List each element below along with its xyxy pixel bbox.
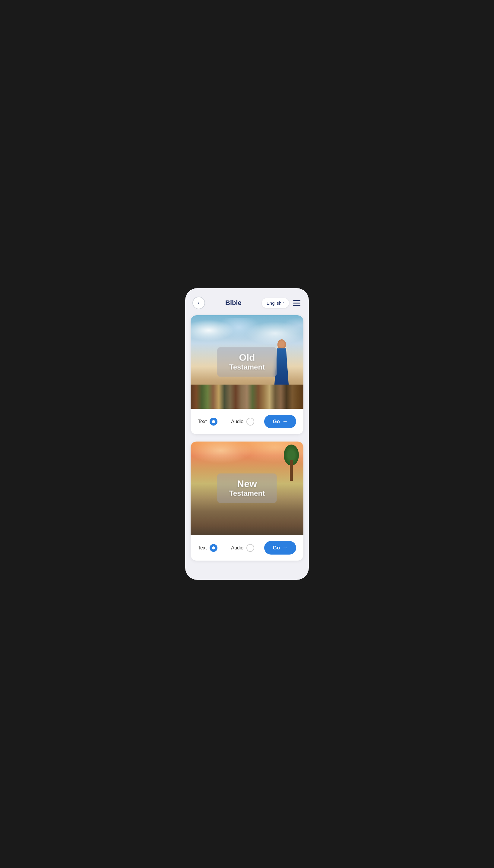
menu-line-3 [293,305,300,306]
phone-frame: ‹ Bible English ˅ [185,288,309,580]
new-testament-title-line2: Testament [229,490,265,498]
old-testament-image: Old Testament [191,315,303,409]
header: ‹ Bible English ˅ [185,297,309,309]
old-testament-text-radio[interactable] [210,418,217,426]
new-testament-audio-radio[interactable] [246,544,254,552]
go-arrow-icon-2: → [282,545,288,551]
old-testament-text-group: Text [198,418,231,426]
old-testament-title-line1: Old [229,352,265,363]
hamburger-menu-button[interactable] [292,299,302,307]
old-testament-audio-radio[interactable] [246,418,254,426]
old-testament-scene: Old Testament [191,315,303,409]
chevron-down-icon: ˅ [283,301,284,305]
old-testament-go-button[interactable]: Go → [264,415,296,428]
old-testament-go-label: Go [273,419,280,425]
language-selector[interactable]: English ˅ [262,298,289,308]
back-button[interactable]: ‹ [192,297,205,309]
menu-line-1 [293,300,300,301]
old-testament-controls: Text Audio Go → [191,409,303,434]
figure-head [278,339,286,349]
new-testament-label-overlay: New Testament [217,473,277,503]
new-testament-text-group: Text [198,544,231,552]
new-testament-card: New Testament Text Audio Go → [191,441,303,560]
back-icon: ‹ [198,300,200,305]
new-testament-text-radio[interactable] [210,544,217,552]
old-testament-text-label: Text [198,419,207,425]
new-testament-controls: Text Audio Go → [191,535,303,560]
old-testament-title-line2: Testament [229,363,265,372]
new-testament-go-label: Go [273,545,280,551]
new-testament-text-label: Text [198,545,207,551]
crowd-silhouettes [191,384,303,409]
new-testament-go-button[interactable]: Go → [264,541,296,555]
new-testament-image: New Testament [191,441,303,535]
new-testament-audio-group: Audio [231,544,264,552]
language-label: English [267,300,281,305]
old-testament-card: Old Testament Text Audio Go → [191,315,303,434]
tree-trunk [290,460,293,481]
new-testament-scene: New Testament [191,441,303,535]
header-right: English ˅ [262,298,302,308]
page-title: Bible [225,299,242,307]
old-testament-audio-label: Audio [231,419,243,425]
menu-line-2 [293,302,300,303]
new-testament-audio-label: Audio [231,545,243,551]
new-testament-title-line1: New [229,479,265,489]
tree-decoration [285,445,297,481]
old-testament-audio-group: Audio [231,418,264,426]
old-testament-label-overlay: Old Testament [217,347,277,377]
go-arrow-icon: → [282,418,288,425]
